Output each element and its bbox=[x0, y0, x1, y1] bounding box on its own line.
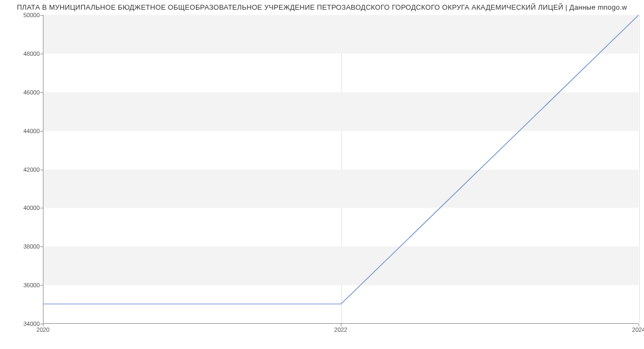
x-axis-tick-label: 2022 bbox=[334, 326, 347, 333]
y-axis-tick-label: 44000 bbox=[2, 128, 40, 134]
y-axis-tick-mark bbox=[40, 54, 43, 54]
line-series bbox=[43, 15, 639, 323]
y-axis-tick-mark bbox=[40, 131, 43, 132]
y-axis-tick-mark bbox=[40, 170, 43, 170]
chart-title: ПЛАТА В МУНИЦИПАЛЬНОЕ БЮДЖЕТНОЕ ОБЩЕОБРА… bbox=[0, 3, 644, 11]
y-axis-tick-label: 36000 bbox=[2, 282, 40, 288]
y-axis-tick-label: 46000 bbox=[2, 89, 40, 96]
x-axis-tick-label: 2024 bbox=[632, 326, 644, 333]
y-axis-tick-label: 40000 bbox=[2, 205, 40, 211]
plot-area bbox=[43, 15, 639, 324]
y-axis-tick-mark bbox=[40, 208, 43, 208]
y-axis-tick-mark bbox=[40, 285, 43, 286]
y-axis-tick-mark bbox=[40, 15, 43, 16]
x-axis-tick-mark bbox=[639, 324, 639, 326]
x-axis-tick-label: 2020 bbox=[36, 326, 49, 333]
y-axis-tick-label: 48000 bbox=[2, 50, 40, 57]
grid-vertical bbox=[639, 15, 640, 323]
x-axis-tick-mark bbox=[341, 324, 341, 326]
y-axis-tick-mark bbox=[40, 246, 43, 247]
x-axis-tick-mark bbox=[43, 324, 43, 326]
y-axis-tick-label: 38000 bbox=[2, 243, 40, 250]
chart-container: ПЛАТА В МУНИЦИПАЛЬНОЕ БЮДЖЕТНОЕ ОБЩЕОБРА… bbox=[0, 0, 644, 349]
y-axis-tick-label: 42000 bbox=[2, 166, 40, 173]
y-axis-tick-label: 34000 bbox=[2, 321, 40, 327]
y-axis-tick-label: 50000 bbox=[2, 12, 40, 18]
y-axis-tick-mark bbox=[40, 92, 43, 93]
